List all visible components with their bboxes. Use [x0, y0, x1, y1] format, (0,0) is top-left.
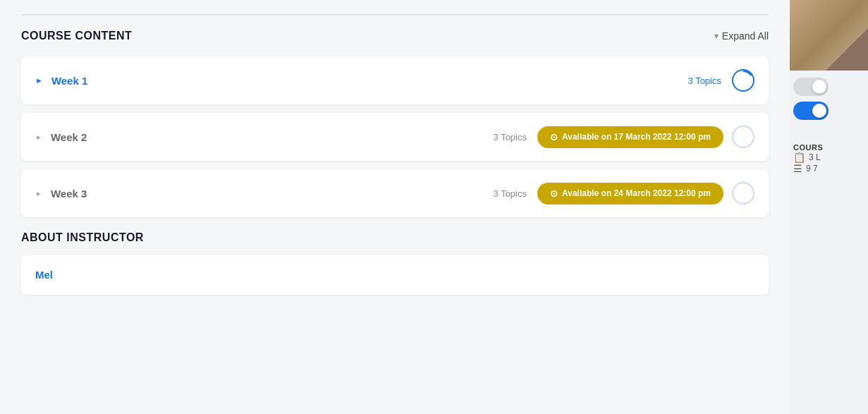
- week-1-progress-circle: [732, 69, 754, 92]
- week-1-topics: 3 Topics: [688, 75, 721, 86]
- topics-stat: ☰ 9 7: [793, 163, 823, 174]
- instructor-card: Mel: [21, 255, 769, 295]
- lessons-count: 3 L: [809, 152, 821, 162]
- week-2-arrow-icon[interactable]: ►: [35, 133, 42, 141]
- topics-count: 9 7: [806, 164, 818, 173]
- week-3-topics: 3 Topics: [494, 188, 527, 199]
- week-1-arrow-icon[interactable]: ►: [35, 76, 43, 85]
- instructor-name-partial: Mel: [35, 269, 53, 281]
- toggle-on-control[interactable]: [793, 102, 829, 120]
- top-separator: [21, 14, 769, 16]
- expand-all-button[interactable]: ▾ Expand All: [714, 30, 769, 42]
- toggle-off-control[interactable]: [793, 78, 829, 96]
- course-info-label: COURS: [793, 143, 823, 152]
- week-3-title[interactable]: Week 3: [51, 188, 494, 200]
- course-content-title: COURSE CONTENT: [21, 30, 132, 42]
- week-1-title[interactable]: Week 1: [51, 75, 688, 87]
- lessons-stat: 📋 3 L: [793, 152, 823, 163]
- week-3-progress-circle: [732, 182, 754, 205]
- clock-icon: ⊙: [550, 132, 558, 142]
- week-2-topics: 3 Topics: [494, 132, 527, 142]
- week-3-row[interactable]: ► Week 3 3 Topics ⊙ Available on 24 Marc…: [21, 169, 769, 217]
- week-2-available-text: Available on 17 March 2022 12:00 pm: [562, 132, 711, 142]
- right-panel-image: [790, 0, 868, 71]
- week-2-available-badge: ⊙ Available on 17 March 2022 12:00 pm: [537, 126, 723, 148]
- about-instructor-section: ABOUT INSTRUCTOR Mel: [21, 231, 769, 295]
- right-panel-controls: COURS 📋 3 L ☰ 9 7: [790, 71, 868, 181]
- list-icon: ☰: [793, 163, 802, 174]
- week-1-row[interactable]: ► Week 1 3 Topics: [21, 56, 769, 104]
- week-3-arrow-icon[interactable]: ►: [35, 190, 42, 197]
- week-2-title[interactable]: Week 2: [51, 131, 494, 143]
- week-2-progress-circle: [732, 126, 754, 148]
- week-3-available-text: Available on 24 March 2022 12:00 pm: [562, 188, 711, 198]
- week-3-available-badge: ⊙ Available on 24 March 2022 12:00 pm: [537, 183, 723, 205]
- book-icon: 📋: [793, 152, 805, 163]
- week-2-row[interactable]: ► Week 2 3 Topics ⊙ Available on 17 Marc…: [21, 113, 769, 161]
- chevron-down-icon: ▾: [714, 31, 719, 41]
- about-instructor-title: ABOUT INSTRUCTOR: [21, 231, 769, 244]
- expand-all-label: Expand All: [722, 30, 769, 42]
- clock-icon-2: ⊙: [550, 188, 558, 199]
- right-panel: COURS 📋 3 L ☰ 9 7: [790, 0, 868, 414]
- course-content-header: COURSE CONTENT ▾ Expand All: [21, 30, 769, 42]
